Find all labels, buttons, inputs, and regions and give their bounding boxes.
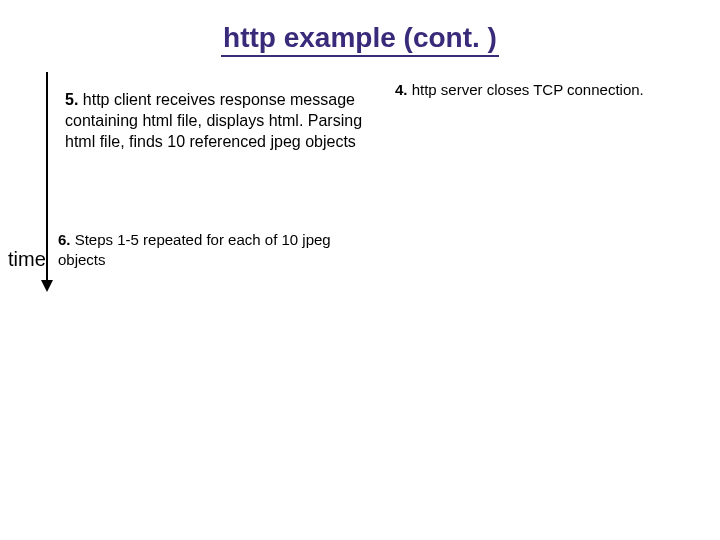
slide: http example (cont. ) time 5. http clien… — [0, 0, 720, 540]
step-6: 6. Steps 1-5 repeated for each of 10 jpe… — [58, 230, 378, 269]
step-5-text: http client receives response message co… — [65, 91, 362, 150]
slide-title: http example (cont. ) — [0, 22, 720, 54]
step-5-number: 5. — [65, 91, 78, 108]
step-4-number: 4. — [395, 81, 408, 98]
time-axis — [46, 72, 48, 282]
step-4: 4. http server closes TCP connection. — [395, 80, 705, 100]
step-4-text: http server closes TCP connection. — [412, 81, 644, 98]
time-label: time — [8, 248, 46, 271]
step-6-number: 6. — [58, 231, 71, 248]
step-6-text: Steps 1-5 repeated for each of 10 jpeg o… — [58, 231, 331, 268]
title-text: http example (cont. ) — [221, 22, 499, 57]
step-5: 5. http client receives response message… — [65, 90, 365, 152]
